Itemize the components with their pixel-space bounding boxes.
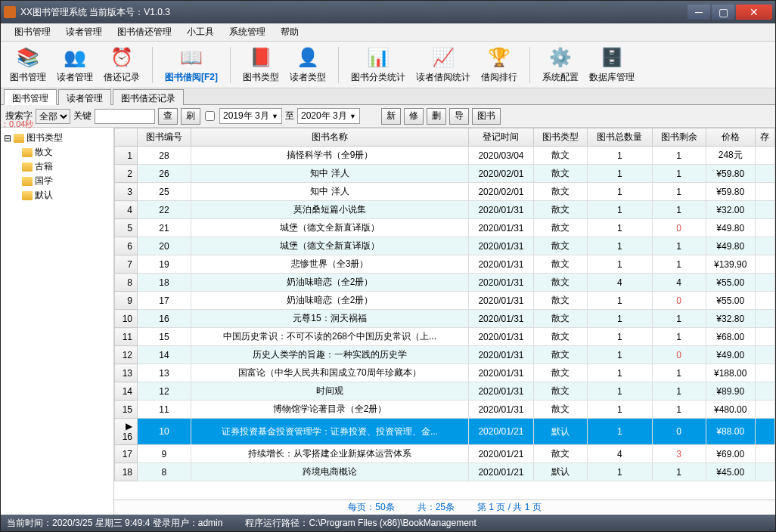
cell: 4	[115, 201, 138, 219]
date-to[interactable]: 2020年 3月 ▼	[297, 108, 360, 124]
tool-label: 图书管理	[10, 71, 46, 84]
cell: 2020/01/31	[469, 401, 534, 419]
book-grid[interactable]: 图书编号图书名称登记时间图书类型图书总数量图书剩余价格存128搞怪科学书（全9册…	[114, 128, 775, 500]
table-row[interactable]: 521城堡（德文全新直译版）2020/01/31散文10¥49.80	[115, 219, 775, 237]
cell: 1	[587, 255, 652, 274]
window-title: XX图书管理系统 当前版本号：V1.0.3	[20, 6, 686, 19]
cell: 1	[587, 237, 652, 255]
export-button[interactable]: 导	[449, 108, 469, 125]
menu-帮助[interactable]: 帮助	[273, 23, 306, 41]
edit-button[interactable]: 修	[404, 108, 424, 125]
cell: 1	[652, 364, 706, 382]
search-button[interactable]: 查	[158, 108, 178, 125]
col-图书名称[interactable]: 图书名称	[191, 128, 468, 147]
table-row[interactable]: 1511博物馆学论著目录（全2册）2020/01/31散文11¥480.00	[115, 401, 775, 419]
table-row[interactable]: 226知中 洋人2020/02/01散文11¥59.80	[115, 165, 775, 183]
cell: 8	[115, 274, 138, 292]
menu-图书管理[interactable]: 图书管理	[7, 23, 58, 41]
table-row[interactable]: 128搞怪科学书（全9册）2020/03/04散文11248元	[115, 147, 775, 165]
tab-图书管理[interactable]: 图书管理	[4, 89, 57, 105]
tree-node-散文[interactable]: 散文	[4, 145, 110, 159]
tree-node-国学[interactable]: 国学	[4, 174, 110, 188]
cell: 散文	[533, 445, 587, 463]
table-row[interactable]: 818奶油味暗恋（全2册）2020/01/31散文44¥55.00	[115, 274, 775, 292]
cell: 2020/01/31	[469, 292, 534, 310]
table-row[interactable]: 917奶油味暗恋（全2册）2020/01/31散文10¥55.00	[115, 292, 775, 310]
minimize-button[interactable]: ─	[688, 5, 710, 20]
tool-label: 系统配置	[542, 71, 579, 84]
tool-读者管理[interactable]: 👥读者管理	[52, 44, 98, 85]
col-图书剩余[interactable]: 图书剩余	[652, 128, 706, 147]
date-from[interactable]: 2019年 3月 ▼	[219, 108, 282, 124]
menu-小工具[interactable]: 小工具	[179, 23, 222, 41]
读者管理-icon: 👥	[63, 45, 87, 70]
date-filter-checkbox[interactable]	[205, 111, 215, 121]
tool-图书类型[interactable]: 📕图书类型	[238, 44, 284, 85]
tab-图书借还记录[interactable]: 图书借还记录	[113, 89, 184, 105]
col-价格[interactable]: 价格	[706, 128, 755, 147]
col-图书编号[interactable]: 图书编号	[138, 128, 191, 147]
tool-图书分类统计[interactable]: 📊图书分类统计	[346, 44, 410, 85]
col-图书类型[interactable]: 图书类型	[533, 128, 587, 147]
tab-读者管理[interactable]: 读者管理	[58, 89, 111, 105]
tool-图书管理[interactable]: 📚图书管理	[5, 44, 51, 85]
maximize-button[interactable]: ▢	[712, 5, 734, 20]
tool-借还记录[interactable]: ⏰借还记录	[99, 44, 144, 85]
table-row[interactable]: 1214历史人类学的旨趣：一种实践的历史学2020/01/31散文10¥49.0…	[115, 346, 775, 364]
table-row[interactable]: 179持续增长：从零搭建企业新媒体运营体系2020/01/21散文43¥69.0…	[115, 445, 775, 463]
cell: 1	[587, 165, 652, 183]
col-图书总数量[interactable]: 图书总数量	[587, 128, 652, 147]
cell: ¥89.90	[706, 382, 755, 401]
table-row[interactable]: ▶ 1610证券投资基金投资管理学：证券投资、投资管理、金...2020/01/…	[115, 419, 775, 445]
table-row[interactable]: 422莫泊桑短篇小说集2020/01/31散文11¥32.00	[115, 201, 775, 219]
tree-root[interactable]: ⊟图书类型	[4, 131, 110, 145]
tool-label: 借还记录	[104, 71, 140, 84]
tool-借阅排行[interactable]: 🏆借阅排行	[476, 44, 522, 85]
close-button[interactable]: ✕	[736, 5, 772, 20]
table-row[interactable]: 620城堡（德文全新直译版）2020/01/31散文11¥49.80	[115, 237, 775, 255]
table-row[interactable]: 188跨境电商概论2020/01/21默认11¥45.00	[115, 463, 775, 481]
图书分类统计-icon: 📊	[366, 45, 390, 70]
refresh-button[interactable]: 刷	[181, 108, 200, 125]
search-keyword-input[interactable]	[95, 109, 155, 124]
table-row[interactable]: 719悲惨世界（全3册）2020/01/31散文11¥139.90	[115, 255, 775, 274]
tool-系统配置[interactable]: ⚙️系统配置	[538, 44, 583, 85]
cell: 12	[138, 382, 191, 401]
cell: 1	[652, 310, 706, 328]
cell: 1	[587, 401, 652, 419]
book-button[interactable]: 图书	[472, 108, 501, 125]
tool-数据库管理[interactable]: 🗄️数据库管理	[585, 44, 639, 85]
delete-button[interactable]: 删	[427, 108, 446, 125]
menu-读者管理[interactable]: 读者管理	[58, 23, 110, 41]
category-tree: ⊟图书类型散文古籍国学默认	[1, 128, 114, 515]
cell: 14	[115, 382, 138, 401]
cell: 散文	[533, 382, 587, 401]
folder-icon	[22, 162, 33, 172]
col-存[interactable]: 存	[755, 128, 774, 147]
cell: 默认	[533, 463, 587, 481]
cell: 散文	[533, 328, 587, 346]
table-row[interactable]: 1412时间观2020/01/31散文11¥89.90	[115, 382, 775, 401]
col-rownum[interactable]	[115, 128, 138, 147]
tree-node-默认[interactable]: 默认	[4, 188, 110, 203]
menu-系统管理[interactable]: 系统管理	[222, 23, 273, 41]
titlebar[interactable]: XX图书管理系统 当前版本号：V1.0.3 ─ ▢ ✕	[1, 1, 775, 23]
cell: 散文	[533, 147, 587, 165]
new-button[interactable]: 新	[381, 108, 401, 125]
col-登记时间[interactable]: 登记时间	[469, 128, 534, 147]
tool-图书借阅[F2][interactable]: 📖图书借阅[F2]	[160, 44, 222, 85]
cell	[755, 237, 774, 255]
table-row[interactable]: 325知中 洋人2020/02/01散文11¥59.80	[115, 183, 775, 201]
table-row[interactable]: 1313国富论（中华人民共和国成立70周年珍藏本）2020/01/31散文11¥…	[115, 364, 775, 382]
table-row[interactable]: 1016元尊15：洞天祸福2020/01/31散文11¥32.80	[115, 310, 775, 328]
tool-label: 读者借阅统计	[416, 71, 470, 84]
tool-读者类型[interactable]: 👤读者类型	[285, 44, 331, 85]
table-row[interactable]: 1115中国历史常识：不可不读的268个中国历史常识（上...2020/01/3…	[115, 328, 775, 346]
cell: ¥55.00	[706, 274, 755, 292]
tool-读者借阅统计[interactable]: 📈读者借阅统计	[411, 44, 475, 85]
search-field-select[interactable]: 全部	[36, 109, 70, 124]
cell: 6	[115, 237, 138, 255]
tree-node-古籍[interactable]: 古籍	[4, 159, 110, 174]
menu-图书借还管理[interactable]: 图书借还管理	[110, 23, 179, 41]
cell: 15	[138, 328, 191, 346]
